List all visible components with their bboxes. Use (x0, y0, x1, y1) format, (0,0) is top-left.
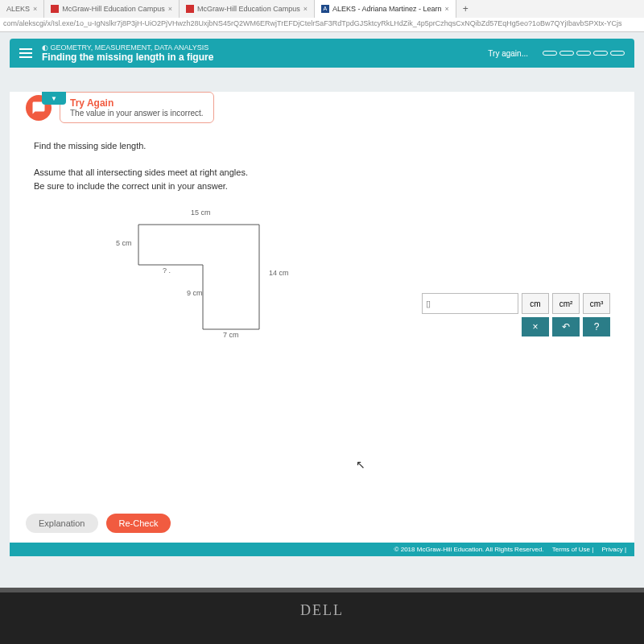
mcgraw-icon (51, 5, 59, 13)
laptop-bezel: DELL (0, 588, 644, 644)
feedback-text: Try Again The value in your answer is in… (60, 92, 214, 123)
module-title: Finding the missing length in a figure (42, 52, 478, 63)
problem-line: Be sure to include the correct unit in y… (34, 180, 634, 193)
try-again-label: Try again... (488, 49, 528, 58)
module-info: GEOMETRY, MEASUREMENT, DATA ANALYSIS Fin… (42, 43, 478, 63)
answer-input[interactable] (422, 293, 518, 314)
geometry-figure: 15 cm 5 cm ? . 9 cm 14 cm 7 cm (130, 208, 291, 345)
progress-indicator (543, 51, 625, 56)
answer-palette: cm cm² cm³ × ↶ ? (422, 293, 610, 336)
footer: © 2018 McGraw-Hill Education. All Rights… (10, 543, 634, 556)
unit-cm3-button[interactable]: cm³ (583, 293, 610, 314)
aleks-icon: A (321, 5, 329, 13)
new-tab-button[interactable]: + (456, 3, 475, 14)
browser-tabs: ALEKS × McGraw-Hill Education Campus × M… (0, 0, 644, 18)
tab-label: McGraw-Hill Education Campus (197, 5, 300, 13)
module-category: GEOMETRY, MEASUREMENT, DATA ANALYSIS (42, 43, 478, 52)
content-card: Try Again The value in your answer is in… (10, 92, 634, 543)
close-icon[interactable]: × (168, 5, 172, 13)
mouse-cursor-icon: ↖ (356, 458, 365, 471)
explanation-button[interactable]: Explanation (26, 514, 98, 533)
recheck-button[interactable]: Re-Check (106, 514, 171, 533)
menu-icon[interactable] (19, 48, 32, 58)
footer-privacy[interactable]: Privacy (601, 546, 622, 553)
label-unknown: ? . (163, 266, 171, 275)
tab-label: ALEKS - Adriana Martinez - Learn (332, 5, 442, 13)
footer-copyright: © 2018 McGraw-Hill Education. All Rights… (394, 546, 544, 553)
undo-button[interactable]: ↶ (552, 317, 580, 336)
footer-terms[interactable]: Terms of Use (552, 546, 590, 553)
help-button[interactable]: ? (583, 317, 610, 336)
brand-logo: DELL (0, 592, 644, 619)
close-icon[interactable]: × (303, 5, 308, 13)
tab-label: McGraw-Hill Education Campus (62, 5, 165, 13)
module-header: GEOMETRY, MEASUREMENT, DATA ANALYSIS Fin… (10, 39, 634, 68)
label-right: 14 cm (269, 269, 289, 277)
figure-svg (130, 217, 267, 337)
tab-aleks-home[interactable]: ALEKS × (0, 0, 44, 18)
unit-cm2-button[interactable]: cm² (552, 293, 580, 314)
bottom-bar: Explanation Re-Check (26, 514, 171, 533)
dropdown-tab[interactable] (42, 92, 66, 105)
unit-cm-button[interactable]: cm (522, 293, 549, 314)
label-top: 15 cm (191, 208, 211, 217)
problem-line: Assume that all intersecting sides meet … (34, 166, 634, 180)
problem-statement: Find the missing side length. Assume tha… (34, 139, 634, 192)
label-bottom: 7 cm (223, 331, 239, 339)
problem-line: Find the missing side length. (34, 139, 634, 153)
clear-button[interactable]: × (522, 317, 549, 336)
tab-mcgraw-1[interactable]: McGraw-Hill Education Campus × (44, 0, 180, 18)
page: GEOMETRY, MEASUREMENT, DATA ANALYSIS Fin… (0, 32, 644, 644)
feedback-message: The value in your answer is incorrect. (70, 109, 204, 118)
label-left: 5 cm (116, 239, 132, 247)
feedback-box: Try Again The value in your answer is in… (26, 92, 634, 123)
tab-label: ALEKS (6, 5, 30, 13)
label-inner-h: 9 cm (187, 289, 203, 297)
close-icon[interactable]: × (445, 5, 449, 13)
feedback-title: Try Again (70, 97, 204, 109)
close-icon[interactable]: × (33, 5, 37, 13)
address-bar[interactable]: com/alekscgi/x/Isl.exe/1o_u-IgNslkr7j8P3… (0, 18, 644, 32)
mcgraw-icon (186, 5, 194, 13)
tab-mcgraw-2[interactable]: McGraw-Hill Education Campus × (180, 0, 315, 18)
tab-aleks-learn[interactable]: A ALEKS - Adriana Martinez - Learn × (315, 0, 456, 18)
